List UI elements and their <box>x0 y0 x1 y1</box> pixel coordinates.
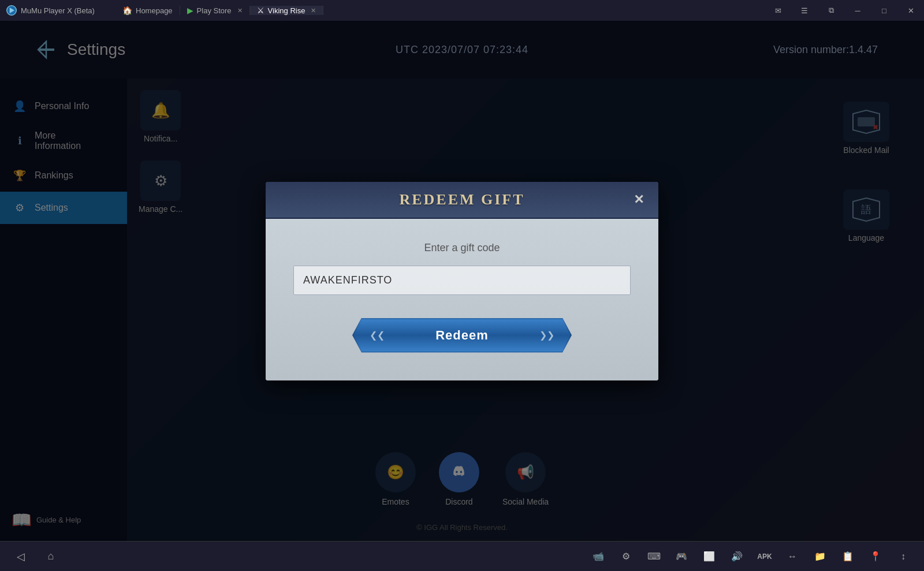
modal-overlay[interactable]: REDEEM GIFT ✕ Enter a gift code ❮❮ Redee… <box>0 21 924 541</box>
modal-close-button[interactable]: ✕ <box>628 189 649 210</box>
minimize-button[interactable]: ─ <box>844 0 871 21</box>
vikingrise-icon: ⚔ <box>257 6 264 15</box>
app-logo-area: MuMu Player X (Beta) <box>0 5 116 16</box>
tab-playstore-close[interactable]: ✕ <box>237 7 243 14</box>
app-logo-icon <box>6 5 17 16</box>
folder-icon[interactable]: 📁 <box>811 547 829 566</box>
back-nav-icon[interactable]: ◁ <box>12 547 30 566</box>
camera-icon[interactable]: 📹 <box>589 547 608 566</box>
screen-icon[interactable]: ⬜ <box>700 547 718 566</box>
modal-title: REDEEM GIFT <box>399 191 524 208</box>
mail-icon[interactable]: ✉ <box>765 0 791 21</box>
resize-icon[interactable]: ↔ <box>783 547 802 566</box>
clipboard-icon[interactable]: 📋 <box>839 547 857 566</box>
maximize-button[interactable]: □ <box>871 0 897 21</box>
button-arrow-right: ❯❯ <box>539 330 554 341</box>
keyboard-icon[interactable]: ⌨ <box>644 547 663 566</box>
app-title: MuMu Player X (Beta) <box>21 6 95 15</box>
main-content: Settings UTC 2023/07/07 07:23:44 Version… <box>0 21 924 541</box>
expand-icon[interactable]: ↕ <box>894 547 912 566</box>
redeem-button[interactable]: ❮❮ Redeem ❯❯ <box>352 318 572 353</box>
location-icon[interactable]: 📍 <box>866 547 885 566</box>
redeem-button-label: Redeem <box>435 328 489 343</box>
gift-code-input[interactable] <box>293 266 631 295</box>
menu-icon[interactable]: ☰ <box>791 0 818 21</box>
modal-header: REDEEM GIFT ✕ <box>266 182 658 219</box>
tab-playstore[interactable]: ▶ Play Store ✕ <box>180 6 250 15</box>
settings-toolbar-icon[interactable]: ⚙ <box>617 547 635 566</box>
tab-homepage[interactable]: 🏠 Homepage <box>116 6 180 15</box>
taskbar: ◁ ⌂ 📹 ⚙ ⌨ 🎮 ⬜ 🔊 APK ↔ 📁 📋 📍 ↕ <box>0 541 924 571</box>
home-icon: 🏠 <box>122 6 132 15</box>
modal-body: Enter a gift code ❮❮ Redeem ❯❯ <box>266 219 658 380</box>
playstore-icon: ▶ <box>187 6 193 15</box>
gift-code-label: Enter a gift code <box>293 242 631 254</box>
button-arrow-left: ❮❮ <box>370 330 385 341</box>
tab-homepage-label: Homepage <box>136 6 173 15</box>
close-button[interactable]: ✕ <box>897 0 924 21</box>
titlebar: MuMu Player X (Beta) 🏠 Homepage ▶ Play S… <box>0 0 924 21</box>
redeem-button-wrapper: ❮❮ Redeem ❯❯ <box>293 318 631 353</box>
taskbar-right: 📹 ⚙ ⌨ 🎮 ⬜ 🔊 APK ↔ 📁 📋 📍 ↕ <box>589 547 912 566</box>
tab-playstore-label: Play Store <box>197 6 232 15</box>
taskbar-left: ◁ ⌂ <box>12 547 60 566</box>
apk-icon[interactable]: APK <box>755 547 774 566</box>
tab-vikingrise-close[interactable]: ✕ <box>311 7 316 14</box>
tab-vikingrise[interactable]: ⚔ Viking Rise ✕ <box>250 6 324 15</box>
volume-icon[interactable]: 🔊 <box>728 547 746 566</box>
restore-icon[interactable]: ⧉ <box>818 0 844 21</box>
tab-vikingrise-label: Viking Rise <box>268 6 305 15</box>
gamepad-icon[interactable]: 🎮 <box>672 547 691 566</box>
window-controls: ✉ ☰ ⧉ ─ □ ✕ <box>765 0 924 21</box>
redeem-modal: REDEEM GIFT ✕ Enter a gift code ❮❮ Redee… <box>266 182 658 380</box>
home-nav-icon[interactable]: ⌂ <box>42 547 60 566</box>
